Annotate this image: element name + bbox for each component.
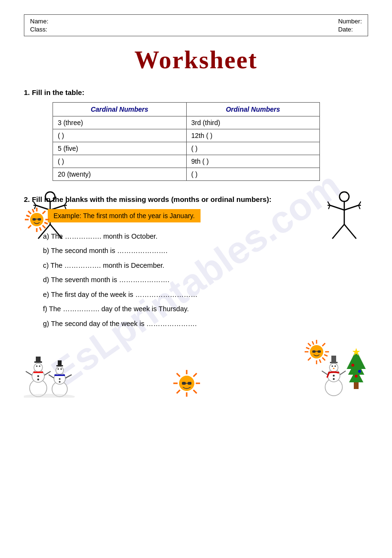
- svg-rect-38: [38, 218, 41, 221]
- svg-point-84: [335, 366, 336, 367]
- list-item: f) The ……………. day of the week is Thursda…: [43, 302, 368, 316]
- svg-point-59: [61, 368, 62, 370]
- svg-point-60: [59, 378, 61, 380]
- sun-icon-bottom-right: [172, 369, 201, 400]
- table-row: 20 (twenty)( ): [53, 168, 320, 181]
- svg-line-9: [64, 201, 67, 205]
- svg-point-87: [333, 378, 335, 380]
- svg-line-103: [322, 358, 325, 360]
- svg-line-51: [44, 371, 51, 375]
- svg-point-86: [333, 375, 335, 377]
- svg-line-62: [49, 375, 54, 378]
- class-label: Class:: [30, 26, 48, 33]
- svg-line-18: [328, 201, 330, 205]
- svg-line-50: [26, 371, 32, 375]
- svg-line-31: [28, 225, 31, 228]
- svg-line-105: [308, 358, 311, 360]
- svg-rect-81: [331, 356, 336, 362]
- svg-point-64: [24, 394, 75, 398]
- svg-line-63: [65, 375, 72, 378]
- svg-point-48: [37, 375, 39, 377]
- list-item: g) The second day of the week is ……………………: [43, 316, 368, 331]
- svg-line-70: [193, 390, 197, 393]
- svg-point-47: [39, 366, 41, 367]
- svg-point-42: [34, 363, 42, 372]
- name-label: Name:: [30, 18, 48, 25]
- svg-line-69: [177, 373, 180, 377]
- svg-rect-75: [188, 382, 191, 385]
- svg-line-102: [308, 343, 311, 346]
- svg-point-46: [36, 366, 38, 367]
- col2-header: Ordinal Numbers: [186, 103, 320, 116]
- ordinal-cell: 3rd (third): [186, 116, 320, 129]
- svg-line-32: [26, 215, 30, 217]
- col1-header: Cardinal Numbers: [53, 103, 187, 116]
- svg-point-58: [58, 368, 59, 370]
- list-item: d) The seventh month is ………………….: [43, 273, 368, 287]
- page-title: Worksheet: [24, 46, 368, 74]
- svg-line-88: [322, 371, 328, 375]
- cardinal-cell: 5 (five): [53, 142, 187, 155]
- ordinal-cell: ( ): [186, 168, 320, 181]
- svg-line-20: [328, 205, 330, 209]
- svg-rect-112: [318, 350, 321, 353]
- svg-line-89: [340, 371, 346, 375]
- svg-rect-56: [58, 360, 62, 366]
- svg-rect-74: [182, 382, 186, 385]
- list-item: c) The ……………. month is December.: [43, 258, 368, 273]
- svg-point-110: [310, 345, 323, 358]
- section-2: 2. Fill in the blanks with the missing w…: [24, 195, 368, 331]
- ordinal-cell: 9th ( ): [186, 155, 320, 168]
- svg-line-104: [322, 343, 325, 346]
- svg-line-30: [42, 211, 45, 214]
- svg-point-97: [355, 375, 358, 378]
- svg-point-49: [37, 379, 39, 380]
- svg-line-29: [42, 225, 45, 228]
- list-item: e) The first day of the week is ………………………: [43, 287, 368, 302]
- sun-icon-mid-right: [304, 339, 330, 367]
- sun-icon-left: [24, 207, 50, 235]
- svg-line-72: [177, 390, 180, 393]
- svg-point-12: [339, 192, 349, 201]
- list-item: b) The second month is ………………….: [43, 243, 368, 258]
- svg-line-23: [359, 205, 360, 209]
- section-1: 1. Fill in the table: Cardinal Numbers O…: [24, 88, 368, 181]
- header-right: Number: Date:: [338, 18, 362, 33]
- ordinal-cell: ( ): [186, 142, 320, 155]
- cardinal-cell: 3 (three): [53, 116, 187, 129]
- header-box: Name: Class: Number: Date:: [24, 14, 368, 36]
- fill-in-list: a) The ……………. month is October.b) The se…: [24, 229, 368, 331]
- cardinal-cell: 20 (twenty): [53, 168, 187, 181]
- number-label: Number:: [338, 18, 362, 25]
- svg-point-0: [45, 192, 55, 201]
- table-row: 3 (three)3rd (third): [53, 116, 320, 129]
- date-label: Date:: [338, 26, 362, 33]
- cardinal-cell: ( ): [53, 129, 187, 142]
- table-row: 5 (five)( ): [53, 142, 320, 155]
- svg-line-33: [44, 222, 48, 224]
- snowman-decoration-left: [24, 355, 81, 400]
- svg-line-28: [28, 211, 31, 214]
- table-row: ( )12th ( ): [53, 129, 320, 142]
- ordinal-cell: 12th ( ): [186, 129, 320, 142]
- section1-heading: 1. Fill in the table:: [24, 88, 368, 96]
- header-left: Name: Class:: [30, 18, 48, 33]
- svg-line-106: [306, 347, 309, 349]
- cardinal-cell: ( ): [53, 155, 187, 168]
- svg-rect-44: [36, 357, 41, 362]
- svg-point-36: [30, 213, 43, 226]
- svg-rect-93: [354, 382, 359, 389]
- svg-rect-111: [312, 350, 316, 353]
- svg-line-21: [359, 201, 361, 205]
- svg-line-107: [324, 355, 328, 356]
- svg-rect-37: [32, 218, 36, 221]
- svg-line-6: [33, 201, 36, 205]
- list-item: a) The ……………. month is October.: [43, 229, 368, 243]
- svg-line-11: [64, 205, 66, 209]
- svg-point-95: [351, 364, 354, 367]
- svg-line-109: [319, 359, 321, 363]
- svg-point-54: [56, 367, 64, 374]
- table-row: ( )9th ( ): [53, 155, 320, 168]
- numbers-table: Cardinal Numbers Ordinal Numbers 3 (thre…: [53, 102, 320, 181]
- svg-line-34: [32, 209, 34, 212]
